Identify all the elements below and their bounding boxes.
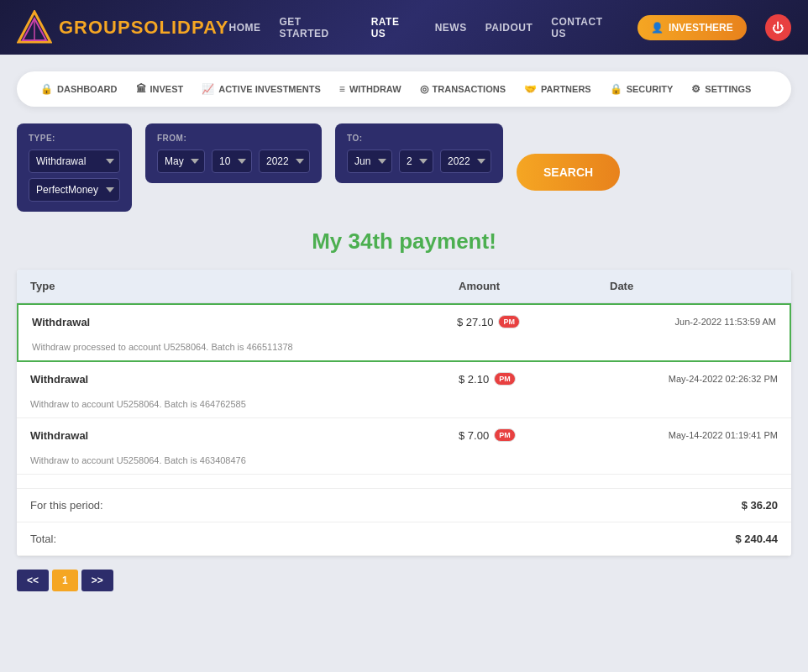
row-sub: Withdraw processed to account U5258064. … <box>18 339 790 360</box>
prev-page-button[interactable]: << <box>17 570 49 591</box>
site-header: GROUPSOLIDPAY HOME GET STARTED RATE US N… <box>0 0 808 55</box>
type-filter-box: TYPE: Withdrawal PerfectMoney <box>17 123 132 212</box>
col-amount: Amount <box>459 280 610 292</box>
pm-badge: PM <box>498 315 520 328</box>
pm-badge: PM <box>494 428 516 442</box>
from-filter-box: FROM: May 10 2022 <box>145 123 322 183</box>
period-total-row: For this period: $ 36.20 <box>17 489 791 522</box>
nav-rate-us[interactable]: RATE US <box>371 16 417 39</box>
nav-paidout[interactable]: PAIDOUT <box>485 22 533 34</box>
invest-here-button[interactable]: 👤 INVESTHERE <box>637 15 747 40</box>
partners-icon: 🤝 <box>524 83 537 95</box>
current-page-button[interactable]: 1 <box>52 570 78 591</box>
row-amount: $ 2.10 PM <box>459 372 610 386</box>
payment-title: My 34th payment! <box>17 228 791 255</box>
row-main: Withdrawal $ 2.10 PM May-24-2022 02:26:3… <box>17 362 791 396</box>
logo-accent: PAY <box>192 17 229 38</box>
total-label: Total: <box>30 533 610 545</box>
subnav-dashboard[interactable]: 🔒 DASHBOARD <box>34 80 124 98</box>
invest-btn-label: INVESTHERE <box>669 22 733 34</box>
withdraw-icon: ≡ <box>339 83 345 95</box>
spacer <box>17 475 791 488</box>
nav-get-started[interactable]: GET STARTED <box>280 16 353 39</box>
dashboard-icon: 🔒 <box>40 83 53 95</box>
row-amount: $ 7.00 PM <box>459 428 610 442</box>
logo-main: GROUPSOLID <box>59 17 192 38</box>
security-icon: 🔒 <box>610 83 622 95</box>
subnav-security[interactable]: 🔒 SECURITY <box>603 80 680 98</box>
payment-method-select[interactable]: PerfectMoney <box>29 178 120 202</box>
pagination: << 1 >> <box>17 556 791 598</box>
from-year-select[interactable]: 2022 <box>259 150 310 173</box>
from-day-select[interactable]: 10 <box>212 150 252 173</box>
row-sub: Withdraw to account U5258064. Batch is 4… <box>17 396 791 417</box>
to-filter-label: TO: <box>347 134 491 143</box>
table-row: Withdrawal $ 2.10 PM May-24-2022 02:26:3… <box>17 362 791 418</box>
to-month-select[interactable]: Jun <box>347 150 392 173</box>
grand-total-row: Total: $ 240.44 <box>17 522 791 556</box>
next-page-button[interactable]: >> <box>81 570 113 591</box>
transactions-icon: ◎ <box>420 83 428 95</box>
subnav-transactions[interactable]: ◎ TRANSACTIONS <box>413 80 512 98</box>
logo-icon <box>17 10 52 45</box>
logout-button[interactable]: ⏻ <box>765 14 791 41</box>
subnav-settings[interactable]: ⚙ SETTINGS <box>685 80 758 98</box>
subnav-partners[interactable]: 🤝 PARTNERS <box>517 80 598 98</box>
person-icon: 👤 <box>651 22 664 34</box>
row-sub: Withdraw to account U5258064. Batch is 4… <box>17 452 791 474</box>
sub-navigation: 🔒 DASHBOARD 🏛 INVEST 📈 ACTIVE INVESTMENT… <box>17 71 791 107</box>
main-content: 🔒 DASHBOARD 🏛 INVEST 📈 ACTIVE INVESTMENT… <box>0 55 808 615</box>
settings-icon: ⚙ <box>691 83 700 95</box>
nav-news[interactable]: NEWS <box>435 22 467 34</box>
table-row: Withdrawal $ 27.10 PM Jun-2-2022 11:53:5… <box>17 303 791 362</box>
row-type: Withdrawal <box>30 373 459 386</box>
row-main: Withdrawal $ 27.10 PM Jun-2-2022 11:53:5… <box>18 305 790 339</box>
power-icon: ⏻ <box>772 21 784 34</box>
logo[interactable]: GROUPSOLIDPAY <box>17 10 229 45</box>
to-filter-box: TO: Jun 2 2022 <box>335 123 503 183</box>
period-label: For this period: <box>30 499 610 512</box>
nav-home[interactable]: HOME <box>229 22 261 34</box>
table-row: Withdrawal $ 7.00 PM May-14-2022 01:19:4… <box>17 418 791 475</box>
total-value: $ 240.44 <box>610 533 778 545</box>
totals-section: For this period: $ 36.20 Total: $ 240.44 <box>17 488 791 556</box>
row-date: May-24-2022 02:26:32 PM <box>610 374 778 384</box>
subnav-withdraw[interactable]: ≡ WITHDRAW <box>333 80 408 98</box>
table-header: Type Amount Date <box>17 270 791 303</box>
logo-text: GROUPSOLIDPAY <box>59 17 229 39</box>
to-year-select[interactable]: 2022 <box>440 150 491 173</box>
row-type: Withdrawal <box>30 429 459 442</box>
main-nav: HOME GET STARTED RATE US NEWS PAIDOUT CO… <box>229 14 792 41</box>
row-main: Withdrawal $ 7.00 PM May-14-2022 01:19:4… <box>17 418 791 452</box>
from-month-select[interactable]: May <box>157 150 205 173</box>
subnav-active-investments[interactable]: 📈 ACTIVE INVESTMENTS <box>195 80 328 98</box>
row-type: Withdrawal <box>32 316 457 328</box>
filter-section: TYPE: Withdrawal PerfectMoney FROM: May … <box>17 123 791 212</box>
type-select[interactable]: Withdrawal <box>29 150 120 173</box>
col-date: Date <box>610 280 778 292</box>
row-date: Jun-2-2022 11:53:59 AM <box>608 317 776 327</box>
chart-icon: 📈 <box>202 83 214 95</box>
search-button[interactable]: SEARCH <box>517 154 620 191</box>
invest-icon: 🏛 <box>136 83 146 95</box>
col-type: Type <box>30 280 459 292</box>
subnav-invest[interactable]: 🏛 INVEST <box>129 80 191 98</box>
pm-badge: PM <box>494 372 516 386</box>
to-day-select[interactable]: 2 <box>399 150 433 173</box>
row-date: May-14-2022 01:19:41 PM <box>610 430 778 440</box>
from-filter-label: FROM: <box>157 134 310 143</box>
type-filter-label: TYPE: <box>29 134 120 143</box>
period-value: $ 36.20 <box>610 499 778 512</box>
row-amount: $ 27.10 PM <box>457 315 608 328</box>
nav-contact-us[interactable]: CONTACT US <box>551 16 619 39</box>
transactions-table: Type Amount Date Withdrawal $ 27.10 PM J… <box>17 270 791 556</box>
